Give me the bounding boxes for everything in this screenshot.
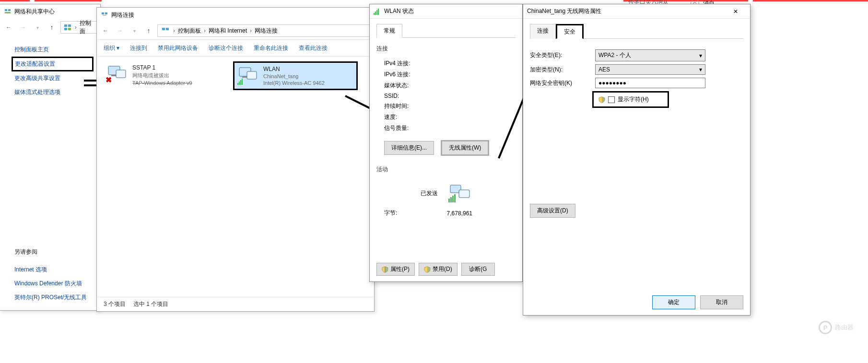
dialog-wlan-status: WLAN 状态 常规 连接 IPv4 连接: IPv6 连接: 媒体状态: SS… <box>369 4 523 282</box>
up-button[interactable]: ↑ <box>143 25 154 36</box>
address-bar[interactable]: › 控制面板 › 网络和 Internet › 网络连接 <box>157 24 371 37</box>
window-icon <box>4 8 12 15</box>
svg-rect-20 <box>242 79 243 85</box>
svg-rect-3 <box>64 24 67 27</box>
cmd-diagnose[interactable]: 诊断这个连接 <box>209 44 243 52</box>
forward-button[interactable]: → <box>17 22 29 33</box>
btn-cancel[interactable]: 取消 <box>700 295 743 309</box>
adapter-device: Intel(R) Wireless-AC 9462 <box>263 80 325 86</box>
close-button[interactable]: ✕ <box>725 6 746 17</box>
error-x-icon: ✖ <box>106 75 112 84</box>
adapter-name: SSTAP 1 <box>132 64 192 71</box>
select-security-type[interactable]: WPA2 - 个人▾ <box>595 49 705 61</box>
tabstrip: 常规 <box>376 23 516 38</box>
activity-icon <box>448 183 471 203</box>
back-button[interactable]: ← <box>3 22 14 33</box>
adapter-name: WLAN <box>263 66 325 72</box>
address-bar[interactable]: › 控制面 <box>60 21 97 34</box>
chevron-right-icon: › <box>75 24 77 31</box>
lbl-encryption-type: 加密类型(N): <box>530 66 592 74</box>
btn-diagnose[interactable]: 诊断(G <box>461 263 495 276</box>
shield-icon <box>382 266 388 273</box>
wifi-signal-icon <box>374 8 381 15</box>
back-button[interactable]: ← <box>100 25 111 36</box>
titlebar-wlan-status: WLAN 状态 <box>370 4 522 19</box>
see-also-label: 另请参阅 <box>14 245 95 259</box>
dialog-title: ChinaNet_tang 无线网络属性 <box>527 7 601 15</box>
sidebar-advanced-sharing[interactable]: 更改高级共享设置 <box>14 71 94 85</box>
breadcrumb-item[interactable]: 网络连接 <box>255 27 278 35</box>
lbl-speed: 速度: <box>384 113 397 121</box>
svg-rect-7 <box>102 12 104 14</box>
link-internet-options[interactable]: Internet 选项 <box>14 263 95 277</box>
chevron-right-icon: › <box>250 27 252 34</box>
breadcrumb-item[interactable]: 网络和 Internet <box>209 27 247 35</box>
svg-rect-9 <box>162 28 165 30</box>
history-dropdown[interactable]: ▾ <box>129 25 140 36</box>
tab-general[interactable]: 常规 <box>376 24 402 38</box>
svg-rect-19 <box>240 80 241 85</box>
lbl-ssid: SSID: <box>384 93 399 99</box>
adapter-device: TAP-Windows Adapter v9 <box>132 80 192 86</box>
sidebar-media-streaming[interactable]: 媒体流式处理选项 <box>14 85 94 99</box>
tab-security[interactable]: 安全 <box>556 24 584 39</box>
up-button[interactable]: ↑ <box>46 22 58 33</box>
link-defender[interactable]: Windows Defender 防火墙 <box>14 277 95 291</box>
svg-rect-30 <box>454 194 456 202</box>
dialog-title: WLAN 状态 <box>384 7 414 15</box>
adapter-network: ChinaNet_tang <box>263 73 325 79</box>
lbl-bytes: 字节: <box>384 209 397 217</box>
checkbox-show-characters[interactable] <box>608 96 615 103</box>
tab-connection[interactable]: 连接 <box>530 24 556 39</box>
history-dropdown[interactable]: ▾ <box>32 22 43 33</box>
titlebar-wlan-props: ChinaNet_tang 无线网络属性 ✕ <box>523 4 750 19</box>
status-selected-count: 选中 1 个项目 <box>133 300 168 308</box>
btn-wireless-properties[interactable]: 无线属性(W) <box>441 140 489 156</box>
watermark: P 路由器 <box>819 321 854 334</box>
sidebar-home[interactable]: 控制面板主页 <box>14 43 94 57</box>
svg-rect-29 <box>452 196 454 202</box>
see-also: 另请参阅 Internet 选项 Windows Defender 防火墙 英特… <box>14 245 95 304</box>
cmd-organize[interactable]: 组织 ▾ <box>104 44 119 52</box>
btn-ok[interactable]: 确定 <box>652 295 695 309</box>
breadcrumb-item[interactable]: 控制面板 <box>178 27 201 35</box>
forward-button[interactable]: → <box>114 25 126 36</box>
tabstrip: 连接 安全 <box>530 23 743 39</box>
command-bar: 组织 ▾ 连接到 禁用此网络设备 诊断这个连接 重命名此连接 查看此连接 <box>97 39 374 57</box>
network-item-wlan[interactable]: WLAN ChinaNet_tang Intel(R) Wireless-AC … <box>233 61 358 90</box>
svg-rect-28 <box>450 197 452 202</box>
svg-rect-5 <box>64 28 67 30</box>
network-item-sstap[interactable]: ✖ SSTAP 1 网络电缆被拔出 TAP-Windows Adapter v9 <box>104 61 228 89</box>
cmd-connect-to[interactable]: 连接到 <box>130 44 147 52</box>
link-intel-proset[interactable]: 英特尔(R) PROSet/无线工具 <box>14 291 95 304</box>
lbl-ipv4: IPv4 连接: <box>384 59 411 68</box>
svg-rect-4 <box>68 24 71 27</box>
input-network-key[interactable]: ●●●●●●●● <box>595 78 705 88</box>
window-network-connections: 网络连接 ← → ▾ ↑ › 控制面板 › 网络和 Internet › 网络连… <box>96 7 375 312</box>
sidebar-adapter-settings[interactable]: 更改适配器设置 <box>12 57 94 71</box>
titlebar-netconn: 网络连接 <box>97 8 374 22</box>
lbl-network-key: 网络安全密钥(K) <box>530 79 592 87</box>
svg-rect-27 <box>448 199 450 202</box>
watermark-icon: P <box>819 321 832 334</box>
btn-advanced-settings[interactable]: 高级设置(D) <box>530 204 575 218</box>
cmd-rename[interactable]: 重命名此连接 <box>254 44 288 52</box>
btn-properties[interactable]: 属性(P) <box>376 263 415 276</box>
lbl-duration: 持续时间: <box>384 102 409 110</box>
svg-rect-1 <box>8 9 11 11</box>
svg-rect-0 <box>5 9 7 11</box>
wifi-signal-icon <box>237 78 245 85</box>
shield-icon <box>598 96 605 103</box>
select-encryption-type[interactable]: AES▾ <box>595 64 705 75</box>
network-icon <box>161 26 170 35</box>
svg-rect-6 <box>68 28 71 30</box>
btn-disable[interactable]: 禁用(D) <box>419 263 457 276</box>
val-bytes-sent: 7,678,961 <box>447 210 472 217</box>
nav-toolbar-nsc: ← → ▾ ↑ › 控制面 <box>0 19 100 36</box>
section-activity: 活动 <box>376 164 516 176</box>
adapter-icon: ✖ <box>106 64 128 83</box>
cmd-disable-device[interactable]: 禁用此网络设备 <box>158 44 198 52</box>
btn-details[interactable]: 详细信息(E)... <box>384 141 434 155</box>
breadcrumb-item[interactable]: 控制面 <box>80 19 94 35</box>
cmd-view[interactable]: 查看此连接 <box>299 44 328 52</box>
